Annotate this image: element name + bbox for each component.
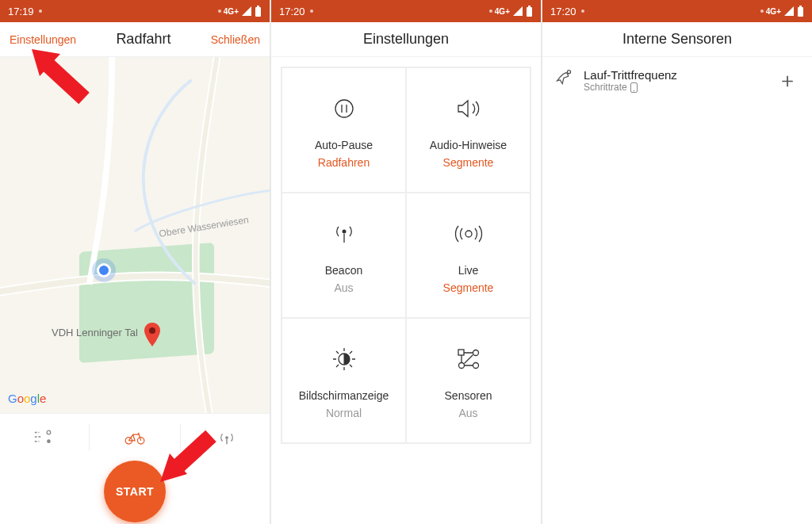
- cadence-icon: [553, 69, 574, 93]
- page-title: Radfahrt: [116, 31, 170, 48]
- signal-icon: [241, 6, 252, 16]
- map-pin-icon[interactable]: [143, 323, 162, 350]
- beacon-icon: [331, 216, 358, 251]
- map-roads: [0, 57, 270, 413]
- svg-point-16: [458, 363, 464, 369]
- svg-point-17: [473, 363, 478, 369]
- brightness-icon: [331, 342, 358, 377]
- setting-label: Auto-Pause: [315, 139, 373, 151]
- add-sensor-button[interactable]: ＋: [777, 67, 798, 94]
- setting-value: Aus: [458, 407, 477, 419]
- svg-point-7: [225, 436, 228, 439]
- status-dot-icon: [310, 10, 313, 13]
- status-time: 17:20: [550, 6, 576, 17]
- setting-value: Aus: [334, 281, 353, 294]
- start-area: START: [0, 461, 270, 524]
- svg-rect-19: [799, 6, 802, 7]
- svg-point-20: [567, 70, 570, 73]
- page-title: Interne Sensoren: [622, 31, 732, 48]
- status-bar: 17:20 4G+: [542, 0, 812, 22]
- route-icon: [33, 429, 53, 446]
- svg-rect-18: [798, 7, 803, 17]
- status-time: 17:20: [279, 6, 305, 17]
- setting-value: Segmente: [443, 281, 494, 294]
- svg-rect-8: [527, 7, 532, 17]
- setting-sensors[interactable]: Sensoren Aus: [406, 318, 530, 443]
- status-dot-icon: [218, 10, 221, 13]
- setting-value: Normal: [326, 407, 362, 419]
- svg-point-10: [335, 100, 353, 117]
- status-bar: 17:19 4G+: [0, 0, 270, 22]
- status-dot-icon: [581, 10, 584, 13]
- pause-icon: [331, 91, 357, 126]
- status-bar: 17:20 4G+: [271, 0, 541, 22]
- setting-live[interactable]: Live Segmente: [406, 193, 530, 318]
- status-network: 4G+: [766, 7, 781, 16]
- map-poi-label: VDH Lenninger Tal: [52, 327, 138, 338]
- signal-icon: [512, 6, 523, 16]
- speaker-icon: [455, 91, 482, 126]
- battery-icon: [255, 6, 262, 17]
- annotation-arrow-icon: [155, 430, 222, 487]
- setting-audio-hints[interactable]: Audio-Hinweise Segmente: [406, 67, 530, 193]
- svg-point-12: [465, 231, 472, 237]
- setting-beacon[interactable]: Beacon Aus: [282, 193, 406, 318]
- svg-rect-1: [257, 6, 259, 7]
- svg-rect-9: [528, 6, 530, 7]
- header-bar: Einstellungen: [271, 22, 541, 57]
- svg-point-6: [137, 437, 144, 443]
- status-network: 4G+: [224, 7, 239, 16]
- close-link[interactable]: Schließen: [211, 33, 260, 46]
- setting-label: Bildschirmanzeige: [299, 389, 389, 402]
- svg-point-4: [47, 439, 51, 443]
- setting-label: Sensoren: [445, 389, 492, 402]
- start-button-label: START: [116, 485, 154, 498]
- annotation-arrow-icon: [29, 46, 100, 106]
- sensor-subtitle: Schrittrate: [584, 82, 768, 93]
- live-icon: [453, 216, 485, 251]
- svg-point-11: [342, 230, 346, 234]
- bike-icon: [124, 429, 145, 446]
- setting-value: Radfahren: [318, 156, 370, 169]
- svg-point-22: [633, 90, 634, 91]
- setting-label: Live: [458, 264, 479, 277]
- setting-auto-pause[interactable]: Auto-Pause Radfahren: [282, 67, 406, 193]
- status-time: 17:19: [8, 6, 34, 17]
- screen-settings: 17:20 4G+ Einstellungen Auto-Pause Radfa…: [271, 0, 541, 524]
- current-location-icon: [97, 263, 111, 277]
- sensor-subtitle-text: Schrittrate: [584, 82, 627, 93]
- svg-point-3: [47, 430, 51, 434]
- settings-link[interactable]: Einstellungen: [10, 33, 76, 46]
- screen-record: 17:19 4G+ Einstellungen Radfahrt Schließ…: [0, 0, 270, 524]
- svg-point-2: [149, 327, 155, 334]
- setting-value: Segmente: [443, 156, 494, 169]
- phone-icon: [630, 82, 638, 93]
- divider: [89, 424, 90, 451]
- svg-rect-14: [458, 350, 464, 355]
- status-dot-icon: [760, 10, 764, 13]
- status-dot-icon: [489, 10, 492, 13]
- tab-route[interactable]: [2, 429, 83, 446]
- setting-label: Audio-Hinweise: [430, 139, 507, 151]
- sensor-text: Lauf-Trittfrequenz Schrittrate: [584, 68, 768, 93]
- battery-icon: [797, 6, 804, 17]
- svg-rect-0: [255, 7, 261, 17]
- sensors-icon: [456, 342, 481, 377]
- screen-internal-sensors: 17:20 4G+ Interne Sensoren Lauf-Trittfre…: [542, 0, 812, 524]
- status-network: 4G+: [495, 7, 510, 16]
- setting-label: Beacon: [325, 264, 362, 277]
- page-title: Einstellungen: [363, 31, 449, 48]
- svg-point-15: [473, 350, 478, 356]
- sensor-title: Lauf-Trittfrequenz: [584, 68, 768, 82]
- setting-display[interactable]: Bildschirmanzeige Normal: [282, 318, 406, 443]
- header-bar: Interne Sensoren: [542, 22, 812, 57]
- sensor-item-cadence[interactable]: Lauf-Trittfrequenz Schrittrate ＋: [542, 57, 812, 104]
- settings-grid: Auto-Pause Radfahren Audio-Hinweise Segm…: [281, 67, 531, 444]
- signal-icon: [783, 6, 795, 16]
- map-view[interactable]: Obere Wasserwiesen VDH Lenninger Tal Goo…: [0, 57, 270, 413]
- bottom-tabs: [0, 413, 270, 461]
- status-dot-icon: [39, 10, 42, 13]
- google-attribution: Google: [8, 392, 46, 405]
- battery-icon: [526, 6, 533, 17]
